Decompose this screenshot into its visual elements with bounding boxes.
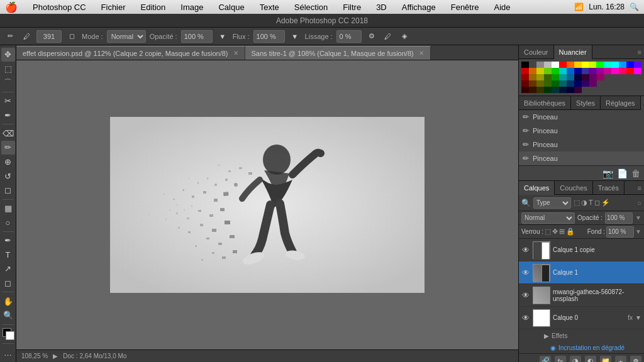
tab-styles[interactable]: Styles xyxy=(571,96,601,110)
delete-state-icon[interactable]: 🗑 xyxy=(631,168,640,178)
swatch-r5[interactable] xyxy=(552,68,559,74)
layer-expand-icon[interactable]: ▼ xyxy=(635,314,641,321)
menu-edition[interactable]: Edition xyxy=(138,3,169,12)
menu-photoshop[interactable]: Photoshop CC xyxy=(30,3,89,12)
swatch-violet[interactable] xyxy=(634,62,641,68)
brush-size-input[interactable]: 391 xyxy=(36,30,62,43)
opacity-input[interactable] xyxy=(181,30,213,43)
tab-1[interactable]: Sans titre-1 @ 108% (Calque 1, Masque de… xyxy=(245,46,431,60)
layer-item-photo[interactable]: 👁 mwangi-gatheca-560872-unsplash xyxy=(519,284,644,307)
brush-tool[interactable]: ✏ xyxy=(1,141,15,155)
swatch-vdk4[interactable] xyxy=(544,80,552,87)
swatch-gray[interactable] xyxy=(536,62,544,68)
layers-menu-icon[interactable]: ≡ xyxy=(638,184,641,192)
add-adjustment-button[interactable]: ◐ xyxy=(585,356,596,363)
gradient-tool[interactable]: ▦ xyxy=(1,202,15,216)
history-item-4[interactable]: ✏ Pinceau xyxy=(519,151,644,165)
blend-mode-select[interactable]: Normal xyxy=(107,30,146,43)
swatch-dk4[interactable] xyxy=(544,74,552,80)
swatch-xdk8[interactable] xyxy=(574,87,582,93)
layer-item-calque1[interactable]: 👁 Calque 1 xyxy=(519,261,644,284)
layer-blend-mode[interactable]: Normal xyxy=(521,212,575,224)
layer-visibility-1[interactable]: 👁 xyxy=(521,268,530,277)
swatch-dk1[interactable] xyxy=(521,74,529,80)
tab-calques[interactable]: Calques xyxy=(519,181,555,195)
color-swatches[interactable] xyxy=(1,328,15,342)
lock-position-icon[interactable]: ✥ xyxy=(552,228,558,236)
swatch-orange[interactable] xyxy=(567,62,574,68)
snapshot-icon[interactable]: 📷 xyxy=(602,168,613,178)
swatch-dk3[interactable] xyxy=(536,74,544,80)
menu-calque[interactable]: Calque xyxy=(216,3,247,12)
add-style-button[interactable]: fx xyxy=(555,356,566,363)
opacity-chevron[interactable]: ▼ xyxy=(635,214,641,221)
swatch-red2[interactable] xyxy=(521,68,529,74)
swatch-white[interactable] xyxy=(552,62,559,68)
menu-aide[interactable]: Aide xyxy=(492,3,513,12)
lissage-input[interactable] xyxy=(336,30,362,43)
brush-preset-icon[interactable]: 🖊 xyxy=(20,30,33,43)
menu-texte[interactable]: Texte xyxy=(257,3,282,12)
swatch-vdk1[interactable] xyxy=(521,80,529,87)
palette-icon[interactable]: ◈ xyxy=(398,30,411,43)
lock-artboards-icon[interactable]: ⊞ xyxy=(559,228,565,236)
menu-filtre[interactable]: Filtre xyxy=(340,3,364,12)
menu-affichage[interactable]: Affichage xyxy=(399,3,438,12)
menu-3d[interactable]: 3D xyxy=(374,3,389,12)
delete-layer-button[interactable]: 🗑 xyxy=(630,356,641,363)
brush-shape-icon[interactable]: ◻ xyxy=(65,30,78,43)
lasso-tool[interactable]: ⌒ xyxy=(1,76,15,90)
layer-fx-icon[interactable]: fx xyxy=(628,314,633,321)
brush-tool-icon[interactable]: ✏ xyxy=(4,30,16,43)
crop-tool[interactable]: ✂ xyxy=(1,94,15,108)
swatch-black[interactable] xyxy=(521,62,529,68)
effects-expand-icon[interactable]: ▶ xyxy=(544,332,549,339)
background-color[interactable] xyxy=(6,331,14,340)
swatch-xdk3[interactable] xyxy=(536,87,544,93)
swatch-xdk4[interactable] xyxy=(544,87,552,93)
swatch-dk6[interactable] xyxy=(559,74,567,80)
swatch-xdk7[interactable] xyxy=(567,87,574,93)
layer-visibility-2[interactable]: 👁 xyxy=(521,291,530,300)
swatch-r13[interactable] xyxy=(611,68,619,74)
swatch-r14[interactable] xyxy=(619,68,626,74)
swatch-magenta[interactable] xyxy=(634,68,641,74)
swatch-green[interactable] xyxy=(596,62,604,68)
move-tool[interactable]: ✥ xyxy=(1,48,15,62)
zoom-tool[interactable]: 🔍 xyxy=(1,309,15,322)
tab-0[interactable]: effet dispersion.psd @ 112% (Calque 2 co… xyxy=(16,46,245,60)
swatch-r4[interactable] xyxy=(544,68,552,74)
swatch-dk8[interactable] xyxy=(574,74,582,80)
swatch-vdk5[interactable] xyxy=(552,80,559,87)
swatch-xdk5[interactable] xyxy=(552,87,559,93)
history-item-2[interactable]: ✏ Pinceau xyxy=(519,124,644,138)
link-layers-button[interactable]: 🔗 xyxy=(540,356,551,363)
swatch-vdk8[interactable] xyxy=(574,80,582,87)
add-mask-button[interactable]: ◑ xyxy=(570,356,581,363)
swatch-r6[interactable] xyxy=(559,68,567,74)
swatch-vdk10[interactable] xyxy=(589,80,597,87)
lock-pixel-icon[interactable]: ⬚ xyxy=(545,228,551,236)
menu-image[interactable]: Image xyxy=(178,3,206,12)
text-tool[interactable]: T xyxy=(1,248,15,261)
swatch-yellow-green[interactable] xyxy=(589,62,596,68)
tab-reglages[interactable]: Réglages xyxy=(601,96,640,110)
pen-tool[interactable]: ✒ xyxy=(1,234,15,248)
flux-toggle-icon[interactable]: ▼ xyxy=(289,30,301,43)
menu-fichier[interactable]: Fichier xyxy=(99,3,128,12)
shape-tool[interactable]: ◻ xyxy=(1,277,15,290)
swatch-r7[interactable] xyxy=(567,68,574,74)
swatch-r2[interactable] xyxy=(529,68,536,74)
tab-0-close[interactable]: ✕ xyxy=(233,50,238,57)
swatch-r9[interactable] xyxy=(582,68,589,74)
tab-traces[interactable]: Tracés xyxy=(593,181,625,195)
layer-effect-gradient[interactable]: ◉ Incrustation en dégradé xyxy=(519,342,644,353)
pixel-filter-icon[interactable]: ⬚ xyxy=(574,199,580,207)
menu-selection[interactable]: Sélection xyxy=(292,3,330,12)
dodge-tool[interactable]: ○ xyxy=(1,216,15,229)
eraser-tool[interactable]: ◻ xyxy=(1,184,15,197)
swatch-vdk6[interactable] xyxy=(559,80,567,87)
swatch-r8[interactable] xyxy=(574,68,582,74)
swatch-cyan[interactable] xyxy=(611,62,619,68)
extra-option-icon[interactable]: 🖊 xyxy=(382,30,394,43)
